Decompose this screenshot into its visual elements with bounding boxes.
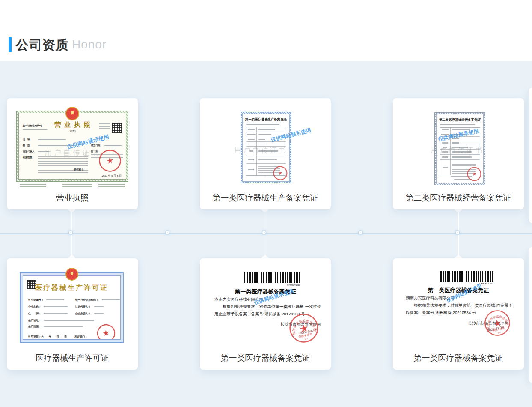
redacted-text: [440, 124, 475, 125]
card-caption: 第一类医疗器械生产备案凭证: [200, 192, 331, 204]
connector-arrow-up-icon: [455, 254, 462, 258]
certificate-card-production-licence[interactable]: 医疗器械生产许可证 许可证编号： 统一社会信用代码： 企业名称： 法定代表人： …: [7, 258, 138, 370]
connector-arrow-down-icon: [68, 209, 76, 213]
field-label: 许可期限：自 年 月 日: [28, 335, 67, 339]
connector-line: [458, 210, 459, 259]
qr-code: [112, 123, 122, 133]
timeline-node: [262, 231, 266, 234]
watermark-user-upload: 用户自传证书: [45, 148, 101, 158]
certificate-card-business-license[interactable]: 营业执照 （副本） 统一社会信用代码 名 称 类 型 法定代表人 经营范围 成立…: [7, 98, 138, 209]
barcode-label: 07MION48: [244, 284, 300, 286]
cert-title: 第一类医疗器械备案凭证: [200, 288, 331, 296]
redacted-text: [44, 326, 83, 327]
redacted-text: [104, 145, 122, 146]
watermark-user-upload: 用户自传证书: [431, 146, 484, 155]
certificate-card-class2-operation-filing[interactable]: 第二类医疗器械经营备案凭证: [393, 98, 524, 209]
watermark-user-upload: 用户自传证书: [225, 308, 271, 316]
redacted-text: [102, 299, 120, 300]
field-label: 生产范围：: [28, 325, 41, 329]
national-emblem-icon: [65, 107, 79, 120]
card-caption: 第二类医疗器械经营备案凭证: [393, 192, 524, 204]
timeline-node: [456, 231, 459, 234]
field-label: 法定代表人：: [75, 305, 91, 309]
redacted-text: [246, 124, 279, 125]
field-label: 企业负责人：: [75, 312, 91, 316]
barcode-label: RBSXOCR1: [440, 282, 493, 285]
redacted-text: [44, 306, 68, 307]
timeline-node: [166, 231, 169, 234]
certificate-card-class1-device-filing-1[interactable]: 07MION48 第一类医疗器械备案凭证 湖南力宾医疗科技有限公司： 根据相关法…: [200, 258, 331, 370]
field-label: 发证部门：: [74, 335, 87, 339]
field-label: 许可证编号：: [28, 298, 44, 302]
header-accent-bar: [9, 37, 12, 52]
certificate-card-class1-production-filing[interactable]: 第一类医疗器械生产备案凭证 仅供网站展示使用: [200, 98, 331, 209]
timeline-node: [359, 231, 362, 234]
field-label: 经营范围: [23, 156, 32, 159]
connector-line: [265, 210, 265, 259]
cert-date: 2023 年 5 月 8 日: [102, 174, 122, 178]
redacted-text: [23, 129, 48, 130]
card-caption: 营业执照: [7, 192, 138, 204]
field-label: 统一社会信用代码：: [75, 298, 98, 302]
next-card-peek[interactable]: [529, 247, 532, 383]
field-label: 生产地址：: [28, 319, 41, 323]
connector-arrow-up-icon: [261, 254, 269, 258]
company-seal-icon: [466, 165, 482, 182]
card-caption: 第一类医疗器械备案凭证: [200, 353, 331, 364]
connector-arrow-down-icon: [261, 209, 269, 213]
national-emblem-icon: [65, 268, 78, 281]
barcode: [440, 271, 493, 282]
barcode: [244, 272, 300, 283]
company-seal-icon: [95, 323, 117, 340]
page-subtitle: Honor: [72, 38, 107, 51]
company-seal-icon: [272, 165, 288, 181]
field-label: 名 称: [23, 138, 30, 141]
redacted-text: [99, 123, 110, 130]
field-label: 统一社会信用代码: [23, 124, 42, 127]
seal-number: 1-3: [498, 331, 501, 334]
seal-number: 1-3: [304, 337, 308, 341]
redacted-text: [62, 184, 92, 188]
cert-title: 第二类医疗器械经营备案凭证: [437, 118, 483, 122]
watermark-user-upload: 用户自传证书: [234, 146, 288, 155]
redacted-text: [44, 313, 68, 314]
redacted-text: [38, 139, 66, 140]
field-label: 类 型: [23, 144, 30, 147]
redacted-text: [44, 320, 94, 321]
redacted-text: [94, 313, 104, 314]
certificate-card-class1-device-filing-2[interactable]: RBSXOCR1 第一类医疗器械备案凭证 湖南力宾医疗科技有限公司： 根据相关法…: [393, 258, 524, 370]
timeline-node: [69, 231, 72, 234]
cert-title: 医疗器械生产许可证: [23, 284, 120, 293]
certificate-thumbnail: 医疗器械生产许可证 许可证编号： 统一社会信用代码： 企业名称： 法定代表人： …: [20, 272, 124, 343]
connector-arrow-down-icon: [455, 209, 462, 213]
field-label: 登记机关: [74, 168, 84, 172]
card-caption: 医疗器械生产许可证: [7, 353, 138, 364]
redacted-text: [98, 184, 125, 188]
redacted-text: [20, 184, 46, 188]
next-card-peek[interactable]: [529, 88, 532, 223]
page-title: 公司资质: [16, 36, 69, 54]
card-caption: 第一类医疗器械备案凭证: [393, 353, 524, 364]
doc-text: 根据相关法规要求，对你单位第一类医疗器械:固定带予: [414, 303, 513, 308]
connector-arrow-up-icon: [68, 254, 76, 258]
watermark-user-upload: 用户自传证书: [406, 310, 452, 317]
field-label: 企业名称：: [28, 305, 41, 309]
timeline-line: [0, 233, 532, 234]
redacted-text: [94, 306, 104, 307]
cert-title: 第一类医疗器械生产备案凭证: [243, 117, 289, 122]
approval-seal-icon: 长沙市市场监督管理局 审批专用章 1-3: [481, 307, 513, 339]
field-label: 住 所：: [28, 312, 41, 316]
honor-page: 公司资质 Honor 营业执照 （副本） 统一社会信用代码 名 称: [0, 0, 532, 407]
redacted-text: [46, 299, 64, 300]
approval-seal-icon: 长沙市市场监督管理局 审批专用章 1-3: [286, 310, 321, 346]
connector-line: [71, 210, 72, 259]
field-label: 法定代表人: [23, 150, 35, 153]
